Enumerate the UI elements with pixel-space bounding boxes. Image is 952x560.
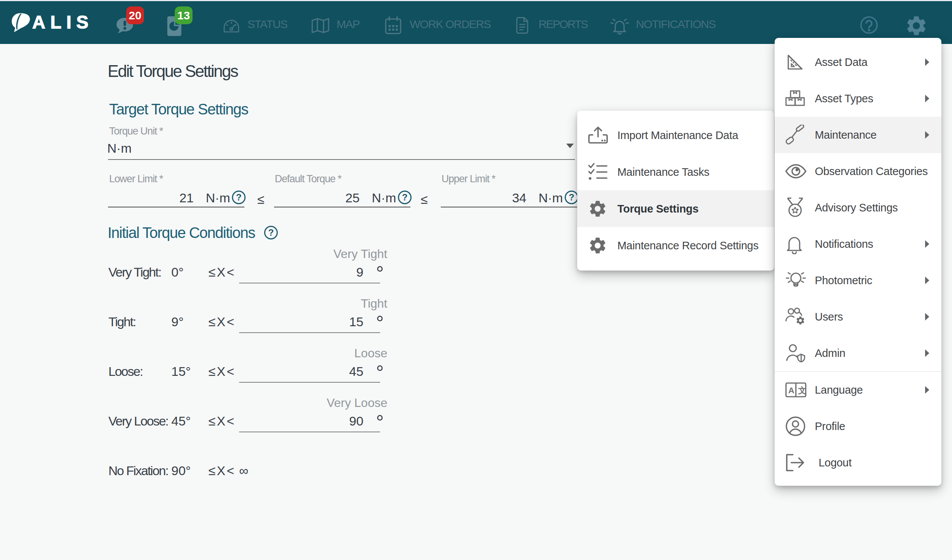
svg-text:A: A <box>788 386 794 395</box>
svg-text:文: 文 <box>798 386 806 395</box>
